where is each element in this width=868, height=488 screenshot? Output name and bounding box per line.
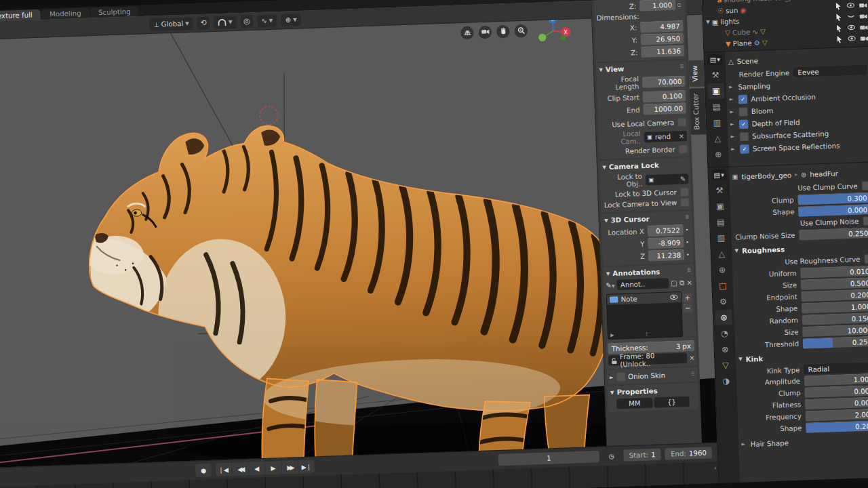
camera-view-button[interactable]	[478, 25, 492, 39]
dim-z-field[interactable]: 11.636	[641, 45, 684, 58]
kink-shape-slider[interactable]: 0.200	[806, 420, 868, 433]
onion-skin-checkbox[interactable]	[616, 372, 625, 382]
annotation-pencil-icon[interactable]: ✎▼	[606, 281, 615, 289]
proportional-editing-toggle[interactable]: ◎	[240, 15, 253, 28]
frame-end-field[interactable]: End:1960	[665, 447, 713, 460]
play-button[interactable]: ▶	[265, 461, 282, 474]
tab-scene[interactable]: △	[713, 246, 730, 262]
cursor-select-icon[interactable]	[834, 14, 843, 22]
clump-slider[interactable]: 0.300	[798, 192, 868, 205]
view-panel-header[interactable]: ▼View⠿	[598, 62, 685, 75]
roughness-endpoint-field[interactable]: 0.200	[802, 289, 868, 302]
transform-pivot-dropdown[interactable]: ⟲	[197, 16, 210, 29]
play-reverse-button[interactable]: ◀	[248, 462, 265, 475]
kink-frequency-field[interactable]: 2.000	[806, 408, 868, 421]
tiger-model[interactable]	[0, 12, 629, 468]
next-keyframe-button[interactable]: ▶▶	[281, 460, 298, 474]
render-engine-dropdown[interactable]: Eevee	[793, 65, 867, 77]
local-camera-field[interactable]: ▣ rend ×	[644, 130, 688, 142]
grid-toggle-button[interactable]	[460, 26, 474, 39]
zoom-button[interactable]	[514, 24, 528, 37]
kink-amplitude-field[interactable]: 1.000	[804, 373, 868, 386]
close-icon[interactable]: ×	[678, 132, 684, 140]
onion-skin-header[interactable]: ► Onion Skin⠿	[609, 369, 696, 384]
cursor-select-icon[interactable]	[834, 2, 843, 11]
panel-grip-icon[interactable]: ⠿	[685, 214, 690, 220]
panel-grip-icon[interactable]: ⠿	[687, 268, 692, 274]
stopwatch-icon[interactable]: ◷	[604, 449, 620, 463]
eye-icon[interactable]	[670, 293, 679, 302]
tab-scene[interactable]: △	[709, 131, 726, 146]
hair-shape-section[interactable]: ► Hair Shape	[741, 433, 868, 450]
collapse-chevron-icon[interactable]: ‹	[714, 464, 717, 471]
tab-physics[interactable]: ◔	[716, 325, 733, 341]
camera-visibility-icon[interactable]	[860, 24, 868, 33]
tab-object-data[interactable]: ▽	[717, 357, 734, 373]
expand-icon[interactable]: ▶	[610, 333, 614, 338]
tab-object[interactable]: □	[714, 278, 731, 293]
tab-tool[interactable]: ⚒	[707, 67, 724, 83]
clump-noise-size-field[interactable]: 0.250	[799, 227, 868, 240]
decorator-icon[interactable]: •	[684, 226, 691, 233]
breadcrumb-object[interactable]: tigerBody_geo	[741, 171, 791, 180]
current-frame-field[interactable]: 1	[498, 451, 599, 466]
tab-output[interactable]: ▤	[708, 99, 725, 115]
tab-render[interactable]: ▣	[711, 199, 728, 214]
focal-length-field[interactable]: 70.000	[642, 75, 686, 88]
clip-start-field[interactable]: 0.100	[643, 90, 686, 103]
lock-cursor-checkbox[interactable]	[680, 187, 690, 197]
3d-viewport[interactable]: ⊥ Global ▼ ⟲ ▼ ◎ ∿ ▼ ⊕ ▼	[0, 0, 717, 468]
ambient-occlusion-checkbox[interactable]	[738, 94, 748, 104]
lock-view-checkbox[interactable]	[680, 198, 690, 207]
annotations-header[interactable]: ▼Annotations⠿	[606, 266, 692, 279]
lock-object-field[interactable]: ▣ ✎	[646, 174, 689, 185]
decorator-icon[interactable]: •	[684, 251, 692, 258]
panel-grip-icon[interactable]: ⠿	[679, 64, 684, 70]
jump-to-end-button[interactable]: ▶❘	[298, 460, 315, 473]
kink-type-dropdown[interactable]: Radial	[804, 362, 868, 374]
snap-target-dropdown[interactable]: ▼	[214, 16, 237, 29]
scale-z-field[interactable]: 1.000	[639, 0, 676, 12]
annotation-name-field[interactable]: Annot..	[616, 278, 669, 290]
kink-flatness-field[interactable]: 0.000	[805, 396, 868, 409]
decorator-icon[interactable]: ▫	[675, 1, 683, 8]
remove-layer-button[interactable]: −	[684, 304, 693, 313]
cursor-select-icon[interactable]	[835, 24, 844, 33]
camera-visibility-icon[interactable]	[860, 35, 868, 43]
eye-icon[interactable]	[846, 2, 855, 11]
resize-grip-icon[interactable]: ⠿	[645, 332, 649, 338]
ssr-checkbox[interactable]	[740, 144, 749, 154]
roughness-random-field[interactable]: 0.150	[802, 312, 868, 325]
bloom-checkbox[interactable]	[738, 107, 748, 117]
new-data-icon[interactable]: ▢	[671, 279, 677, 287]
unit-button[interactable]: MM	[616, 398, 652, 409]
tab-world[interactable]: ⊕	[710, 146, 727, 162]
clump-shape-slider[interactable]: 0.000	[798, 204, 868, 217]
eye-closed-icon[interactable]	[847, 13, 856, 22]
cursor-x-field[interactable]: 0.7522	[648, 224, 684, 237]
tab-world[interactable]: ⊕	[713, 262, 730, 278]
sidebar-tab-view[interactable]: View	[689, 60, 705, 87]
kink-clump-field[interactable]: 0.000	[804, 385, 868, 398]
layer-color-swatch[interactable]	[610, 296, 618, 303]
subsurface-scattering-checkbox[interactable]	[740, 131, 749, 141]
camera-visibility-icon[interactable]	[859, 1, 867, 10]
tab-view-layer[interactable]: ▥	[709, 115, 726, 130]
roughness-random-size-field[interactable]: 10.000	[802, 324, 868, 337]
proportional-falloff-dropdown[interactable]: ∿ ▼	[257, 14, 277, 27]
breadcrumb-system[interactable]: headFur	[810, 169, 838, 178]
roughness-threshold-slider[interactable]: 0.250	[803, 336, 868, 348]
braces-button[interactable]: {}	[654, 396, 690, 408]
properties-subpanel-header[interactable]: ▼Properties	[610, 384, 696, 398]
3d-cursor-header[interactable]: ▼3D Cursor⠿	[604, 212, 690, 226]
gizmo-dropdown[interactable]: ⊕ ▼	[281, 13, 301, 26]
use-local-camera-checkbox[interactable]	[677, 117, 687, 127]
annotation-frame-field[interactable]: Frame: 80 (Unlock..	[608, 352, 687, 365]
cursor-y-field[interactable]: -8.909	[648, 237, 684, 249]
depth-of-field-checkbox[interactable]	[739, 119, 749, 129]
add-layer-button[interactable]: +	[683, 293, 692, 302]
tab-view-layer[interactable]: ▥	[713, 230, 730, 246]
tab-render[interactable]: ▣	[707, 83, 724, 99]
orientation-dropdown[interactable]: ⊥ Global ▼	[149, 17, 193, 31]
editor-type-chooser[interactable]: ▤▼	[707, 54, 722, 65]
